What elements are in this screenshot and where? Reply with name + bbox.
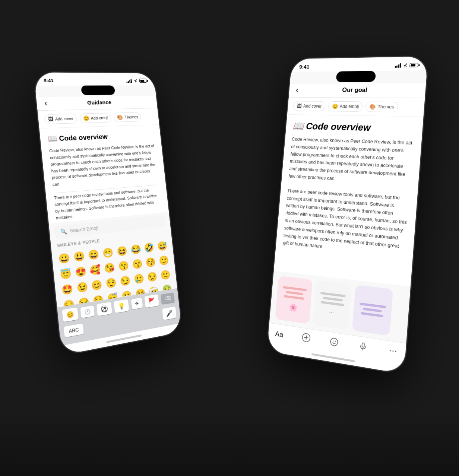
list-item[interactable]: 😙 [130,256,145,272]
flags-key[interactable]: 🚩 [144,294,159,308]
list-item[interactable]: 😇 [58,266,73,282]
battery-icon-left [139,79,147,82]
list-item[interactable]: 😊 [89,277,104,293]
list-item[interactable]: 😅 [155,238,169,254]
content-right: 📖 Code overview Code Review, also known … [274,115,424,286]
themes-button-left[interactable]: 🎨 Themes [114,112,142,122]
search-icon-left: 🔍 [60,228,67,235]
more-button[interactable] [388,346,398,358]
add-cover-icon-left: 🖼 [48,116,54,123]
add-cover-button-left[interactable]: 🖼 Add cover [44,114,77,124]
time-right: 9:41 [299,64,310,70]
list-item[interactable]: 🥰 [88,261,103,278]
emoji-toolbar-button[interactable] [329,337,339,349]
delete-key[interactable]: ⌫ [161,292,175,304]
scene: 9:41 ⊀ ‹ G [25,33,434,443]
travel-key[interactable]: ✈ [131,298,143,310]
list-item[interactable]: 😉 [75,279,90,296]
list-item[interactable]: 🙂 [157,253,171,268]
format-button[interactable]: Aa [275,330,284,339]
svg-point-10 [395,351,396,352]
dynamic-island-right [336,71,376,82]
list-item[interactable]: 🙁 [159,267,172,283]
add-emoji-label-right: Add emoji [339,104,359,109]
list-item[interactable]: 😒 [145,269,159,285]
add-cover-button-right[interactable]: 🖼 Add cover [293,101,326,111]
toolbar-right: 🖼 Add cover 😊 Add emoji 🎨 Themes [287,98,425,117]
themes-icon-left: 🎨 [117,114,123,120]
status-icons-left: ⊀ [126,78,147,83]
themes-icon-right: 🎨 [370,104,376,110]
emoji-search-placeholder-left: Search Emoji [70,225,99,234]
theme-card-pink[interactable]: 🌸 [275,276,313,324]
themes-label-right: Themes [377,104,394,110]
nav-bar-left: ‹ Guidance [36,96,157,111]
list-item[interactable]: 😚 [144,254,158,270]
symbols-key[interactable]: 🕐 [80,305,95,318]
nav-title-left: Guidance [87,99,111,106]
svg-point-8 [390,350,391,352]
back-button-left[interactable]: ‹ [44,98,48,108]
add-emoji-icon-right: 😊 [332,104,338,110]
content-left: 📖 Code overview Code Review, also known … [39,125,169,223]
add-button[interactable] [302,333,311,345]
themes-label-left: Themes [124,115,138,119]
list-item[interactable]: 😃 [71,248,87,265]
screen-right: 9:41 ⊀ ‹ O [267,56,428,374]
theme-line [283,286,307,291]
theme-line [361,312,383,317]
list-item[interactable]: 😍 [73,264,89,280]
list-item[interactable]: 🥲 [132,271,146,287]
list-item[interactable]: 😄 [86,247,101,263]
list-item[interactable]: 😂 [129,241,143,257]
dynamic-island-left [81,85,115,95]
status-icons-right: ⊀ [395,62,418,68]
nav-bar-right: ‹ Our goal [289,83,426,98]
theme-line [284,295,304,300]
theme-line [363,308,382,312]
abc-key[interactable]: ABC [64,323,84,337]
svg-point-9 [392,350,393,352]
mic-key[interactable]: 🎤 [162,306,177,320]
battery-icon-right [409,63,418,67]
theme-line [320,292,346,297]
emoji-key[interactable]: 😊 [62,307,78,322]
back-button-right[interactable]: ‹ [295,86,299,95]
voice-button[interactable] [358,341,368,354]
add-cover-label-left: Add cover [55,116,74,121]
abc-label: ABC [69,326,79,334]
list-item[interactable]: 😌 [104,275,118,291]
list-item[interactable]: 😁 [101,245,115,261]
wifi-icon-left: ⊀ [133,78,137,83]
theme-line [286,291,303,295]
theme-decoration: 🌸 [288,302,298,312]
svg-point-4 [333,340,334,342]
phone-right: 9:41 ⊀ ‹ O [267,56,428,374]
nav-title-right: Our goal [342,86,368,94]
add-cover-icon-right: 🖼 [297,103,302,109]
add-emoji-button-right[interactable]: 😊 Add emoji [328,101,363,112]
add-emoji-button-left[interactable]: 😊 Add emoji [79,113,112,123]
content-paragraph1-right: Code Review, also known as Peer Code Rev… [288,136,414,187]
list-item[interactable]: 🤩 [59,281,75,298]
list-item[interactable]: 😗 [116,258,131,274]
add-emoji-label-left: Add emoji [91,115,108,120]
add-cover-label-right: Add cover [303,104,322,109]
svg-point-3 [330,338,338,346]
list-item[interactable]: 🤣 [142,240,156,255]
activities-key[interactable]: 💡 [114,299,129,313]
screen-left: 9:41 ⊀ ‹ G [34,72,182,355]
themes-button-right[interactable]: 🎨 Themes [365,102,398,112]
objects-key[interactable]: ⚽ [96,302,112,316]
list-item[interactable]: 😆 [115,243,129,259]
theme-card-gray[interactable]: ··· [313,280,352,330]
theme-card-purple[interactable] [352,285,393,336]
content-paragraph2-right: There are peer code review tools and sof… [282,187,409,259]
list-item[interactable]: 😘 [102,260,117,276]
status-bar-left: 9:41 ⊀ [34,72,155,86]
status-bar-right: 9:41 ⊀ [291,56,428,72]
list-item[interactable]: 😀 [56,250,72,266]
svg-point-5 [335,341,336,342]
list-item[interactable]: 😏 [118,273,132,289]
content-title-left: 📖 Code overview [48,131,154,143]
